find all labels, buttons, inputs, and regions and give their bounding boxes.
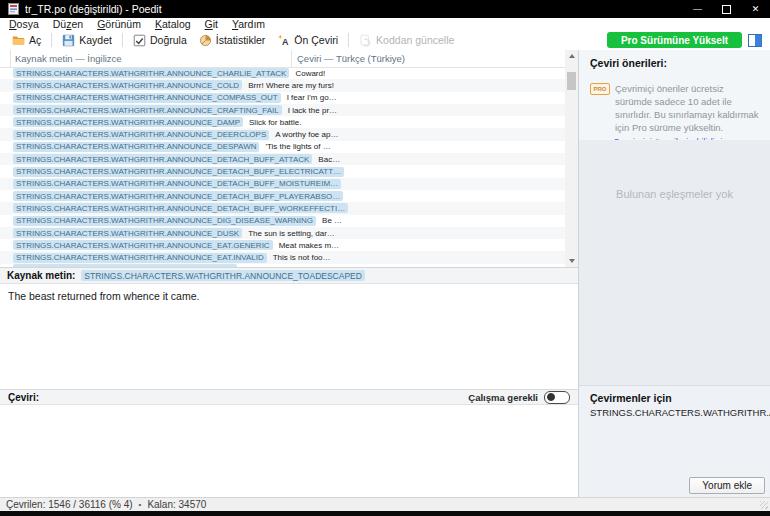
toolbar-button-label: Kaydet [79, 34, 112, 46]
pro-badge-icon: PRO [590, 83, 610, 95]
table-row[interactable]: STRINGS.CHARACTERS.WATHGRITHR.ANNOUNCE_D… [0, 165, 565, 177]
source-column-header[interactable]: Kaynak metin — İngilizce [11, 50, 292, 67]
table-row[interactable]: STRINGS.CHARACTERS.WATHGRITHR.ANNOUNCE_E… [0, 239, 565, 251]
toolbar-separator [348, 33, 349, 47]
toolbar-a-button[interactable]: Aç [6, 34, 47, 47]
menu-g-r-n-m[interactable]: Görünüm [90, 18, 148, 30]
table-row[interactable]: STRINGS.CHARACTERS.WATHGRITHR.ANNOUNCE_D… [0, 178, 565, 190]
table-row[interactable]: STRINGS.CHARACTERS.WATHGRITHR.ANNOUNCE_D… [0, 153, 565, 165]
translated-count: Çevrilen: 1546 / 36116 (% 4) [6, 499, 133, 510]
toolbar-button-label: Doğrula [150, 34, 187, 46]
entry-id-tag: STRINGS.CHARACTERS.WATHGRITHR.ANNOUNCE_D… [13, 117, 243, 127]
source-entry-id-tag: STRINGS.CHARACTERS.WATHGRITHR.ANNOUNCE_T… [81, 270, 365, 281]
string-list: Kaynak metin — İngilizce Çeviri — Türkçe… [0, 50, 578, 267]
entry-source-text: Meat makes m… [279, 241, 339, 250]
update-from-code-icon [359, 34, 372, 47]
table-row[interactable]: STRINGS.CHARACTERS.WATHGRITHR.ANNOUNCE_D… [0, 141, 565, 153]
translation-input[interactable] [0, 405, 578, 497]
toolbar: AçKaydetDoğrulaİstatistiklerAÖn ÇeviriKo… [0, 30, 770, 51]
source-text-view: The beast returned from whence it came. [0, 284, 578, 389]
entry-id-tag: STRINGS.CHARACTERS.WATHGRITHR.ANNOUNCE_E… [13, 253, 267, 263]
scrollbar-thumb[interactable] [567, 72, 576, 90]
toolbar-kaydet-button[interactable]: Kaydet [56, 34, 118, 47]
entry-id-tag: STRINGS.CHARACTERS.WATHGRITHR.ANNOUNCE_E… [13, 240, 273, 250]
entry-id-tag: STRINGS.CHARACTERS.WATHGRITHR.ANNOUNCE_C… [13, 93, 281, 103]
entry-source-text: Bac… [318, 155, 340, 164]
toolbar-separator [122, 33, 123, 47]
entry-source-text: Coward! [295, 69, 325, 78]
needs-work-toggle[interactable] [544, 391, 570, 404]
table-row[interactable]: STRINGS.CHARACTERS.WATHGRITHR.ANNOUNCE_D… [0, 227, 565, 239]
entry-source-text: Slick for battle. [249, 118, 301, 127]
menu-d-zen[interactable]: Düzen [46, 18, 90, 30]
toolbar-button-label: Ön Çeviri [294, 34, 338, 46]
scroll-up-icon[interactable] [565, 50, 578, 62]
save-icon [62, 34, 75, 47]
translators-title: Çevirmenler için [579, 386, 770, 404]
entry-source-text: This is not foo… [273, 253, 331, 262]
toolbar-i-statistikler-button[interactable]: İstatistikler [193, 34, 272, 47]
remaining-count: Kalan: 34570 [147, 499, 206, 510]
statusbar: Çevrilen: 1546 / 36116 (% 4) • Kalan: 34… [0, 497, 770, 511]
entry-id-tag: STRINGS.CHARACTERS.WATHGRITHR.ANNOUNCE_C… [13, 80, 242, 90]
menu-yard-m[interactable]: Yardım [225, 18, 272, 30]
sidebar: Çeviri önerileri: PRO Çevrimiçi öneriler… [578, 50, 770, 497]
vertical-scrollbar[interactable] [565, 50, 578, 267]
translation-column-header[interactable]: Çeviri — Türkçe (Türkiye) [292, 50, 565, 67]
id-column-header[interactable] [0, 50, 11, 67]
poedit-window: tr_TR.po (değiştirildi) - Poedit — ✕ Dos… [0, 0, 770, 516]
titlebar: tr_TR.po (değiştirildi) - Poedit — ✕ [0, 0, 770, 18]
table-row[interactable]: STRINGS.CHARACTERS.WATHGRITHR.ANNOUNCE_C… [0, 67, 565, 79]
table-row[interactable]: STRINGS.CHARACTERS.WATHGRITHR.ANNOUNCE_D… [0, 190, 565, 202]
scroll-down-icon[interactable] [565, 255, 578, 267]
entry-id-tag: STRINGS.CHARACTERS.WATHGRITHR.ANNOUNCE_C… [13, 105, 282, 115]
suggestions-title: Çeviri önerileri: [579, 50, 770, 69]
minimize-button[interactable]: — [683, 0, 712, 18]
entry-id-tag: STRINGS.CHARACTERS.WATHGRITHR.ANNOUNCE_D… [13, 179, 341, 189]
entry-id-tag: STRINGS.CHARACTERS.WATHGRITHR.ANNOUNCE_D… [13, 203, 348, 213]
needs-work-label: Çalışma gerekli [468, 392, 538, 403]
add-comment-button[interactable]: Yorum ekle [689, 477, 765, 494]
entry-id-tag: STRINGS.CHARACTERS.WATHGRITHR.ANNOUNCE_D… [13, 167, 344, 177]
table-row[interactable]: STRINGS.CHARACTERS.WATHGRITHR.ANNOUNCE_E… [0, 251, 565, 263]
list-header: Kaynak metin — İngilizce Çeviri — Türkçe… [0, 50, 565, 68]
validate-icon [133, 34, 146, 47]
window-title: tr_TR.po (değiştirildi) - Poedit [25, 3, 683, 15]
toolbar-button-label: İstatistikler [216, 34, 266, 46]
maximize-button[interactable] [712, 0, 741, 18]
suggestions-list: Bulunan eşleşmeler yok [579, 140, 770, 385]
upgrade-pro-button[interactable]: Pro Sürümüne Yükselt [607, 32, 742, 48]
svg-text:A: A [282, 36, 289, 46]
table-row[interactable]: STRINGS.CHARACTERS.WATHGRITHR.ANNOUNCE_D… [0, 202, 565, 214]
menu-katalog[interactable]: Katalog [148, 18, 198, 30]
entry-id-tag: STRINGS.CHARACTERS.WATHGRITHR.ANNOUNCE_D… [13, 228, 242, 238]
table-row[interactable]: STRINGS.CHARACTERS.WATHGRITHR.ANNOUNCE_D… [0, 215, 565, 227]
translation-label: Çeviri: [8, 392, 468, 403]
entry-source-text: Brrr! Where are my furs! [248, 81, 334, 90]
table-row[interactable]: STRINGS.CHARACTERS.WATHGRITHR.ANNOUNCE_C… [0, 104, 565, 116]
table-row[interactable]: STRINGS.CHARACTERS.WATHGRITHR.ANNOUNCE_D… [0, 128, 565, 140]
translators-reference: STRINGS.CHARACTERS.WATHGRITHR.ANNOUNCE_T… [579, 404, 770, 418]
toolbar-n-eviri-button[interactable]: AÖn Çeviri [271, 34, 344, 47]
table-row[interactable]: STRINGS.CHARACTERS.WATHGRITHR.ANNOUNCE_D… [0, 116, 565, 128]
statistics-icon [199, 34, 212, 47]
toolbar-do-rula-button[interactable]: Doğrula [127, 34, 193, 47]
toolbar-koddan-g-ncelle-button: Koddan güncelle [353, 34, 460, 47]
toolbar-button-label: Aç [29, 34, 41, 46]
toolbar-button-label: Koddan güncelle [376, 34, 454, 46]
window-bottom-edge [0, 511, 770, 516]
entry-id-tag: STRINGS.CHARACTERS.WATHGRITHR.ANNOUNCE_D… [13, 216, 316, 226]
close-button[interactable]: ✕ [741, 0, 770, 18]
menu-git[interactable]: Git [198, 18, 225, 30]
sidebar-toggle-icon[interactable] [748, 34, 762, 47]
entry-source-text: The sun is setting, dar… [248, 229, 335, 238]
table-row[interactable]: STRINGS.CHARACTERS.WATHGRITHR.ANNOUNCE_C… [0, 92, 565, 104]
resize-grip[interactable] [760, 501, 768, 509]
menu-dosya[interactable]: Dosya [2, 18, 46, 30]
table-row[interactable]: STRINGS.CHARACTERS.WATHGRITHR.ANNOUNCE_C… [0, 79, 565, 91]
entry-id-tag: STRINGS.CHARACTERS.WATHGRITHR.ANNOUNCE_D… [13, 191, 343, 201]
app-icon [8, 3, 19, 15]
entry-id-tag: STRINGS.CHARACTERS.WATHGRITHR.ANNOUNCE_D… [13, 130, 269, 140]
entry-source-text: Be … [322, 216, 342, 225]
translator-notes-section: Çevirmenler için STRINGS.CHARACTERS.WATH… [579, 385, 770, 497]
